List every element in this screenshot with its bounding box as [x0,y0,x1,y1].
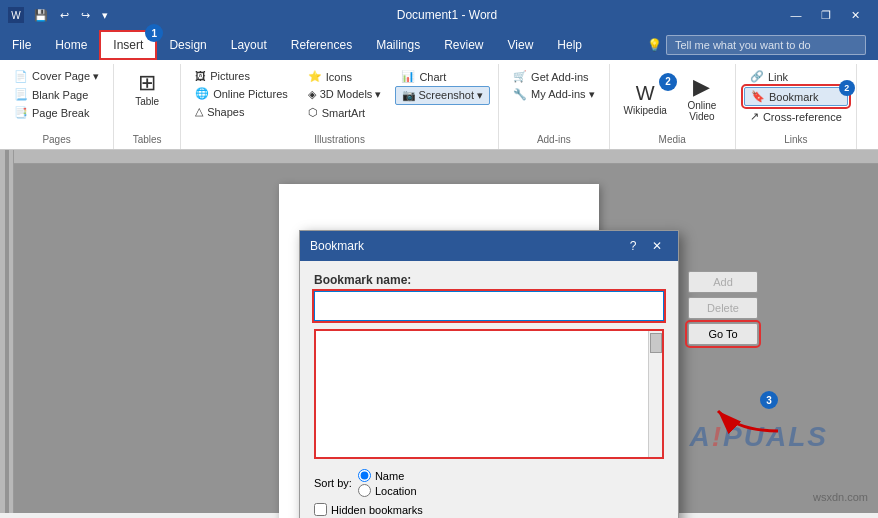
cross-reference-icon: ↗ [750,110,759,123]
dialog-side-buttons: Add Delete Go To [688,271,758,345]
wikipedia-btn[interactable]: W Wikipedia 2 [618,79,673,120]
smartart-icon: ⬡ [308,106,318,119]
illustrations-buttons: 🖼 Pictures 🌐 Online Pictures △ Shapes ⭐ … [189,68,490,130]
window-controls: — ❐ ✕ [782,3,870,27]
window-title: Document1 - Word [397,8,497,22]
blank-page-btn[interactable]: 📃 Blank Page [8,86,105,103]
hidden-bookmarks-row[interactable]: Hidden bookmarks [314,503,664,516]
menu-design[interactable]: Design [157,30,218,60]
menu-view[interactable]: View [496,30,546,60]
bookmark-icon: 🔖 [751,90,765,103]
bookmark-btn[interactable]: 🔖 Bookmark 2 [744,87,848,106]
link-icon: 🔗 [750,70,764,83]
menu-mailings[interactable]: Mailings [364,30,432,60]
online-video-btn[interactable]: ▶ OnlineVideo [677,72,727,126]
watermark: wsxdn.com [813,491,868,503]
minimize-btn[interactable]: — [782,3,810,27]
restore-btn[interactable]: ❐ [812,3,840,27]
media-buttons: W Wikipedia 2 ▶ OnlineVideo [618,68,727,130]
my-addins-icon: 🔧 [513,88,527,101]
pictures-btn[interactable]: 🖼 Pictures [189,68,294,84]
customize-quick-btn[interactable]: ▾ [98,7,112,24]
sort-name-label: Name [375,470,404,482]
3d-models-btn[interactable]: ◈ 3D Models ▾ [302,86,388,103]
links-label: Links [744,130,848,145]
dialog-title: Bookmark [310,239,364,253]
delete-btn[interactable]: Delete [688,297,758,319]
page-break-btn[interactable]: 📑 Page Break [8,104,105,121]
bookmark-name-input[interactable] [314,291,664,321]
menu-layout[interactable]: Layout [219,30,279,60]
link-btn[interactable]: 🔗 Link [744,68,848,85]
list-scrollbar[interactable] [648,331,662,457]
get-addins-icon: 🛒 [513,70,527,83]
screenshot-btn[interactable]: 📷 Screenshot ▾ [395,86,490,105]
illustrations-label: Illustrations [189,130,490,145]
menu-references[interactable]: References [279,30,364,60]
addins-label: Add-ins [507,130,600,145]
bookmark-dialog[interactable]: Bookmark ? ✕ Bookmark name: S [299,230,679,518]
sort-options: Name Location [358,469,417,497]
document-area: Bookmark ? ✕ Bookmark name: S [0,150,878,513]
menu-review[interactable]: Review [432,30,495,60]
menu-insert[interactable]: Insert 1 [99,30,157,60]
bookmark-list[interactable] [314,329,664,459]
wikipedia-icon: W [636,83,655,103]
ribbon-group-tables: ⊞ Table Tables [114,64,181,149]
ribbon-group-pages: 📄 Cover Page ▾ 📃 Blank Page 📑 Page Break… [0,64,114,149]
ribbon: 📄 Cover Page ▾ 📃 Blank Page 📑 Page Break… [0,60,878,150]
sort-row: Sort by: Name Location [314,469,664,497]
screenshot-icon: 📷 [402,89,416,102]
pages-buttons: 📄 Cover Page ▾ 📃 Blank Page 📑 Page Break [8,68,105,130]
dialog-help-btn[interactable]: ? [622,237,644,255]
top-ruler [14,150,878,164]
icons-btn[interactable]: ⭐ Icons [302,68,388,85]
tell-me-input[interactable] [666,35,866,55]
chart-btn[interactable]: 📊 Chart [395,68,490,85]
badge-2: 2 [659,73,677,91]
shapes-btn[interactable]: △ Shapes [189,103,294,120]
menu-home[interactable]: Home [43,30,99,60]
sort-name-radio[interactable]: Name [358,469,417,482]
table-btn[interactable]: ⊞ Table [122,68,172,111]
my-addins-btn[interactable]: 🔧 My Add-ins ▾ [507,86,600,103]
hidden-bookmarks-label: Hidden bookmarks [331,504,423,516]
tell-me-area[interactable]: 💡 [635,30,878,60]
online-video-icon: ▶ [693,76,710,98]
save-quick-btn[interactable]: 💾 [30,7,52,24]
undo-quick-btn[interactable]: ↩ [56,7,73,24]
smartart-btn[interactable]: ⬡ SmartArt [302,104,388,121]
tables-label: Tables [122,130,172,145]
hidden-bookmarks-checkbox[interactable] [314,503,327,516]
pages-label: Pages [8,130,105,145]
badge-3: 3 [760,391,778,409]
sort-location-radio[interactable]: Location [358,484,417,497]
dialog-body: Bookmark name: Sort by: Name [300,261,678,518]
menu-file[interactable]: File [0,30,43,60]
cover-page-icon: 📄 [14,70,28,83]
chart-icon: 📊 [401,70,415,83]
sort-location-radio-input[interactable] [358,484,371,497]
dialog-titlebar: Bookmark ? ✕ [300,231,678,261]
menu-bar: File Home Insert 1 Design Layout Referen… [0,30,878,60]
media-label: Media [618,130,727,145]
menu-help[interactable]: Help [545,30,594,60]
word-icon: W [8,7,24,23]
redo-quick-btn[interactable]: ↪ [77,7,94,24]
online-pictures-icon: 🌐 [195,87,209,100]
online-pictures-btn[interactable]: 🌐 Online Pictures [189,85,294,102]
quick-access-toolbar: 💾 ↩ ↪ ▾ [30,7,112,24]
get-addins-btn[interactable]: 🛒 Get Add-ins [507,68,600,85]
cover-page-btn[interactable]: 📄 Cover Page ▾ [8,68,105,85]
cross-reference-btn[interactable]: ↗ Cross-reference [744,108,848,125]
goto-btn[interactable]: Go To [688,323,758,345]
scrollbar-thumb[interactable] [650,333,662,353]
close-btn[interactable]: ✕ [842,3,870,27]
dialog-close-btn[interactable]: ✕ [646,237,668,255]
3d-models-icon: ◈ [308,88,316,101]
badge-2-links: 2 [839,80,855,96]
sort-name-radio-input[interactable] [358,469,371,482]
add-btn[interactable]: Add [688,271,758,293]
table-icon: ⊞ [138,72,156,94]
left-ruler [0,150,14,513]
